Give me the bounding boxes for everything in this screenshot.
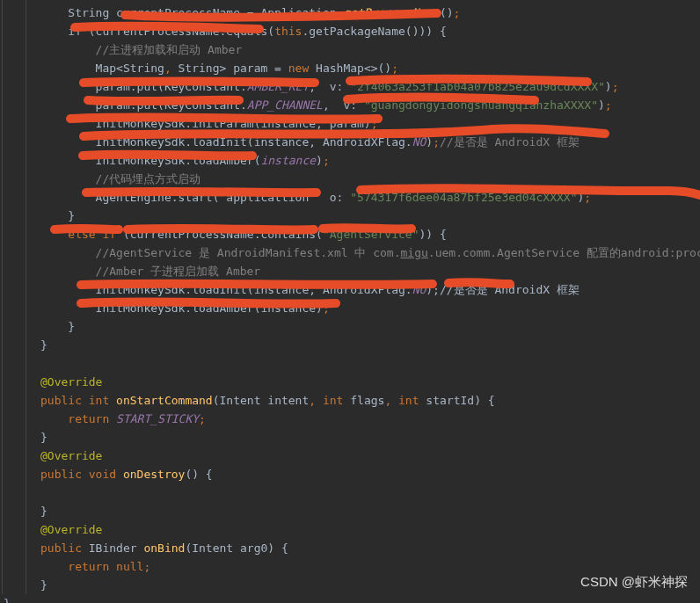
code-text: int xyxy=(89,394,116,407)
watermark: CSDN @虾米神探 xyxy=(580,572,688,591)
code-text: public xyxy=(40,394,89,407)
code-text: , v: xyxy=(309,80,350,93)
code-text: () xyxy=(440,6,454,19)
code-comment: //Amber 子进程启加载 Amber xyxy=(40,265,260,278)
code-text: } xyxy=(40,505,47,518)
code-text: } xyxy=(40,338,47,352)
code-text: () { xyxy=(185,468,212,481)
code-annotation: @Override xyxy=(40,523,102,536)
code-text: onBind xyxy=(143,541,185,555)
code-text: APP_CHANNEL xyxy=(247,98,323,112)
code-text: param.put(KeyConstant. xyxy=(40,80,247,93)
code-text: onStartCommand xyxy=(116,394,213,407)
code-text: int xyxy=(323,394,350,407)
code-text: void xyxy=(89,468,123,481)
code-text: ; xyxy=(433,135,440,149)
code-text: return null xyxy=(68,560,143,573)
code-text: NO xyxy=(412,135,427,149)
code-text: "guangdongyidongshuangqianzhaXXXX" xyxy=(364,98,598,112)
code-text: public xyxy=(40,541,89,555)
code-text: String> param = xyxy=(179,62,288,75)
code-text: onDestroy xyxy=(123,468,185,481)
code-text: ; xyxy=(454,6,461,19)
code-text xyxy=(40,560,68,573)
code-text: Map<String xyxy=(40,62,164,75)
code-text: InitMonkeySdk.loadAmber(instance) xyxy=(40,302,323,315)
code-text: this xyxy=(274,25,302,38)
code-text: START_STICKY xyxy=(116,412,199,425)
code-text: ; xyxy=(323,154,330,167)
code-text: new xyxy=(288,62,316,75)
code-text: instance xyxy=(260,154,316,167)
code-text: InitMonkeySdk.initParam(instance, param) xyxy=(40,117,371,130)
code-text: NO xyxy=(412,283,427,296)
code-text: InitMonkeySdk.loadInit(instance, Android… xyxy=(40,135,412,149)
code-text: ; xyxy=(371,117,378,130)
code-annotation: @Override xyxy=(40,449,102,462)
code-text: ) xyxy=(598,98,605,112)
code-text: startId) { xyxy=(426,394,494,407)
code-text: ) xyxy=(426,135,433,149)
code-text: } xyxy=(4,597,11,603)
code-text: ; xyxy=(612,80,619,93)
code-text: AgentEngine.start( applicattion o: xyxy=(40,191,350,204)
code-text: } xyxy=(40,578,47,592)
code-text: ) xyxy=(605,80,612,93)
code-text: public xyxy=(40,468,89,481)
code-text: IBinder xyxy=(89,541,144,555)
code-text: AMBER_KEY xyxy=(247,80,309,93)
code-text: ; xyxy=(605,98,612,112)
code-text: , xyxy=(164,62,179,75)
code-text: ; xyxy=(391,62,398,75)
code-text: (Intent arg0) { xyxy=(185,541,288,555)
code-comment: //AgentService 是 AndroidManifest.xml 中 c… xyxy=(40,246,401,259)
code-text: param.put(KeyConstant. xyxy=(40,98,247,112)
code-text xyxy=(40,228,68,241)
code-text: getProcessName xyxy=(343,6,440,19)
code-comment: migu xyxy=(401,246,428,259)
code-text: flags xyxy=(350,394,384,407)
code-text: )) { xyxy=(419,228,447,241)
code-text: );//是否是 AndroidX 框架 xyxy=(426,283,580,296)
code-text: String currentProcessName = Application. xyxy=(40,6,343,19)
code-text: int xyxy=(398,394,426,407)
code-text: ; xyxy=(584,191,591,204)
code-text: "574317f6dee04a87bf25e3ed04cXXXX" xyxy=(350,191,577,204)
code-text: } xyxy=(40,431,47,444)
code-text: HashMap<>() xyxy=(316,62,391,75)
code-comment: //是否是 AndroidX 框架 xyxy=(440,135,580,149)
code-text: (currentProcessName.contains( xyxy=(123,228,323,241)
code-editor[interactable]: String currentProcessName = Application.… xyxy=(2,0,700,594)
code-text: else if xyxy=(68,228,123,241)
code-text: , xyxy=(309,394,323,407)
code-text: f (currentProcessName.equals( xyxy=(75,25,274,38)
code-comment: .uem.comm.AgentService 配置的android:proc xyxy=(428,246,700,259)
code-annotation: @Override xyxy=(40,375,102,389)
code-text: , xyxy=(384,394,398,407)
code-text: ; xyxy=(199,412,206,425)
code-text: .getPackageName())) { xyxy=(302,25,446,38)
code-text: (Intent intent xyxy=(213,394,310,407)
code-text xyxy=(40,412,68,425)
code-text: "AgentService" xyxy=(323,228,419,241)
code-text: } xyxy=(40,209,75,222)
code-comment: //主进程加载和启动 Amber xyxy=(40,43,242,56)
code-text: "2f4063a253f1ab04a07b825e2au9dcdXXXX" xyxy=(350,80,605,93)
code-text: ; xyxy=(143,560,150,573)
code-text: } xyxy=(40,320,75,333)
code-text: ) xyxy=(316,154,323,167)
code-text: ; xyxy=(323,302,330,315)
code-text: return xyxy=(68,412,116,425)
code-comment: //代码埋点方式启动 xyxy=(40,172,201,185)
code-text: i xyxy=(40,25,75,38)
code-text: InitMonkeySdk.loadAmber( xyxy=(40,154,260,167)
code-text: , v: xyxy=(323,98,364,112)
code-text: InitMonkeySdk.loadInit(instance, Android… xyxy=(40,283,412,296)
